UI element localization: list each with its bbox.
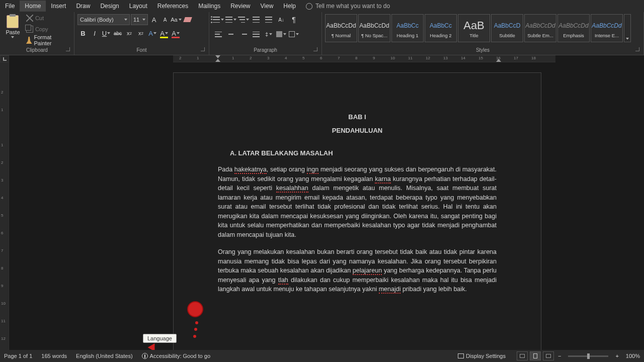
align-left-button[interactable] — [212, 29, 224, 40]
web-layout-button[interactable] — [543, 351, 554, 360]
superscript-button[interactable]: x2 — [135, 28, 146, 39]
shrink-font-button[interactable]: A — [160, 14, 170, 25]
style-intense-e-[interactable]: AaBbCcDdIntense E... — [591, 14, 623, 42]
ruler-tick: 10 — [390, 56, 395, 60]
line-spacing-button[interactable]: ‡ — [263, 29, 275, 40]
horizontal-ruler[interactable]: 21123456789101112131415161718 — [173, 55, 555, 62]
read-mode-button[interactable] — [517, 351, 528, 360]
justify-button[interactable] — [250, 29, 262, 40]
cut-button[interactable]: Cut — [25, 13, 71, 23]
first-line-indent-marker[interactable] — [215, 55, 220, 58]
ruler-tick: 12 — [426, 56, 430, 60]
print-layout-button[interactable] — [530, 351, 541, 360]
hanging-indent-marker[interactable] — [215, 59, 220, 62]
vertical-ruler[interactable]: 2112345678910111213 — [0, 62, 9, 350]
style-emphasis[interactable]: AaBbCcDdEmphasis — [557, 14, 590, 42]
menu-insert[interactable]: Insert — [46, 1, 71, 12]
increase-indent-button[interactable] — [263, 14, 275, 25]
format-painter-button[interactable]: Format Painter — [25, 35, 71, 45]
menu-references[interactable]: References — [152, 1, 193, 12]
font-size-select[interactable]: 11 — [131, 14, 148, 25]
word-count[interactable]: 165 words — [41, 353, 67, 359]
tell-me-search[interactable]: Tell me what you want to do — [306, 3, 390, 10]
italic-button[interactable]: I — [89, 28, 100, 39]
style-name: Heading 2 — [425, 33, 456, 38]
numbering-button[interactable] — [225, 14, 237, 25]
dialog-launcher-icon[interactable] — [313, 47, 317, 51]
menu-help[interactable]: Help — [278, 1, 301, 12]
menu-file[interactable]: File — [0, 1, 20, 12]
display-settings-button[interactable]: Display Settings — [458, 353, 506, 359]
grow-font-button[interactable]: A — [149, 14, 159, 25]
page[interactable]: BAB I PENDAHULUAN A. LATAR BELAKANG MASA… — [173, 72, 541, 350]
style-subtitle[interactable]: AaBbCcDSubtitle — [491, 14, 523, 42]
highlight-button[interactable]: A — [158, 28, 170, 39]
clear-formatting-button[interactable] — [182, 14, 193, 25]
spellcheck-error[interactable]: karna — [375, 175, 390, 184]
text-effects-button[interactable]: A — [147, 28, 158, 39]
style--no-spac-[interactable]: AaBbCcDd¶ No Spac... — [358, 14, 390, 42]
tab-selector[interactable] — [0, 55, 9, 62]
spellcheck-error[interactable]: pelajareun — [353, 267, 382, 275]
align-center-button[interactable] — [225, 29, 237, 40]
group-styles: AaBbCcDd¶ NormalAaBbCcDd¶ No Spac...AaBb… — [322, 12, 644, 55]
accessibility-indicator[interactable]: Accessibility: Good to go — [142, 353, 210, 359]
spellcheck-error[interactable]: kesalahhan — [276, 185, 308, 193]
copy-button[interactable]: Copy — [25, 24, 71, 34]
style-subtle-em-[interactable]: AaBbCcDdSubtle Em... — [524, 14, 556, 42]
menu-mailings[interactable]: Mailings — [193, 1, 225, 12]
dialog-launcher-icon[interactable] — [66, 47, 70, 51]
format-painter-label: Format Painter — [34, 34, 69, 46]
decrease-indent-button[interactable] — [250, 14, 262, 25]
show-marks-button[interactable]: ¶ — [288, 14, 300, 25]
dialog-launcher-icon[interactable] — [201, 47, 205, 51]
page-indicator[interactable]: Page 1 of 1 — [4, 353, 32, 359]
document-area: 2112345678910111213 21123456789101112131… — [0, 55, 644, 350]
chevron-down-icon — [626, 38, 629, 40]
document-canvas[interactable]: BAB I PENDAHULUAN A. LATAR BELAKANG MASA… — [9, 62, 644, 350]
multilevel-button[interactable] — [237, 14, 250, 25]
font-color-button[interactable]: A — [170, 28, 181, 39]
menu-review[interactable]: Review — [225, 1, 255, 12]
sort-button[interactable]: A↓ — [275, 14, 287, 25]
style-heading-1[interactable]: AaBbCcHeading 1 — [391, 14, 424, 42]
menu-layout[interactable]: Layout — [124, 1, 152, 12]
zoom-thumb[interactable] — [587, 353, 590, 359]
zoom-in-button[interactable]: + — [613, 353, 620, 359]
menu-design[interactable]: Design — [95, 1, 124, 12]
web-layout-icon — [546, 354, 551, 358]
align-right-button[interactable] — [237, 29, 250, 40]
style--normal[interactable]: AaBbCcDd¶ Normal — [325, 14, 357, 42]
style-title[interactable]: AaBTitle — [458, 14, 490, 42]
menu-draw[interactable]: Draw — [71, 1, 95, 12]
font-name-select[interactable]: Calibri (Body) — [77, 14, 130, 25]
shading-button[interactable] — [275, 29, 287, 40]
borders-button[interactable] — [288, 29, 300, 40]
chapter-number: BAB I — [218, 113, 497, 121]
styles-more-button[interactable] — [624, 14, 631, 42]
dialog-launcher-icon[interactable] — [635, 47, 639, 51]
ruler-tick: 5 — [1, 213, 3, 218]
menu-home[interactable]: Home — [20, 1, 46, 12]
bullets-button[interactable] — [212, 14, 224, 25]
ruler-tick: 4 — [1, 196, 3, 200]
spellcheck-error[interactable]: hakekatnya — [234, 166, 267, 174]
menu-view[interactable]: View — [256, 1, 279, 12]
zoom-level[interactable]: 100% — [626, 353, 640, 359]
strikethrough-button[interactable]: abc — [112, 28, 123, 39]
zoom-slider[interactable] — [568, 355, 608, 357]
style-heading-2[interactable]: AaBbCcHeading 2 — [425, 14, 457, 42]
subscript-button[interactable]: x2 — [124, 28, 135, 39]
ruler-tick: 11 — [408, 56, 413, 60]
spellcheck-error[interactable]: ingn — [307, 166, 319, 174]
language-indicator[interactable]: English (United States) — [76, 353, 133, 359]
change-case-button[interactable]: Aa — [171, 14, 181, 25]
spellcheck-error[interactable]: tlah — [278, 277, 288, 285]
bold-button[interactable]: B — [77, 28, 89, 39]
underline-button[interactable]: U — [101, 28, 112, 39]
paste-button[interactable]: Paste — [3, 13, 23, 38]
spellcheck-error[interactable]: menajdi — [379, 286, 401, 294]
zoom-out-button[interactable]: − — [556, 353, 563, 359]
paragraph-group-label: Paragraph — [212, 46, 318, 55]
multilevel-icon — [238, 17, 245, 23]
